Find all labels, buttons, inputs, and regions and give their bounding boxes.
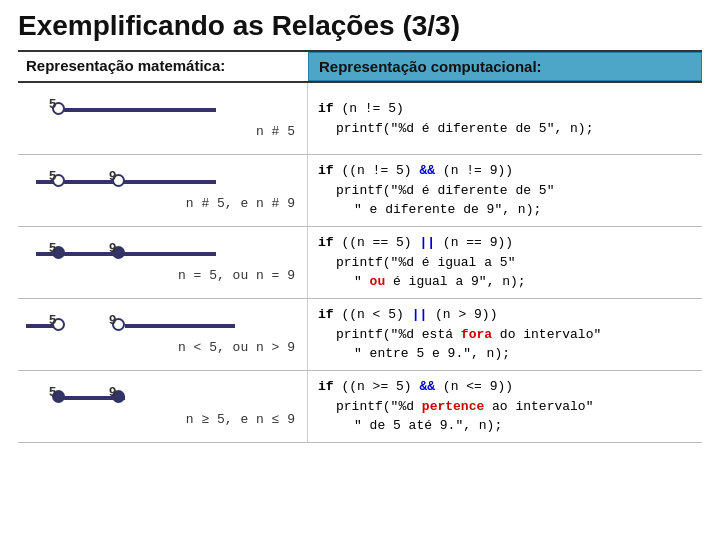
table-row: 5 9 n < 5, ou n > 9 if ((n < 5) || (n > … [18,299,702,371]
table-row: 5 9 n = 5, ou n = 9 if ((n == 5) || (n =… [18,227,702,299]
math-label-2: n # 5, e n # 9 [26,196,299,211]
math-label-1: n # 5 [26,124,299,139]
comp-cell-5: if ((n >= 5) && (n <= 9)) printf("%d per… [308,371,702,442]
math-label-4: n < 5, ou n > 9 [26,340,299,355]
table-row: 5 n # 5 if (n != 5) printf("%d é diferen… [18,83,702,155]
table-row: 5 9 n ≥ 5, e n ≤ 9 if ((n >= 5) && (n <=… [18,371,702,443]
table-row: 5 9 n # 5, e n # 9 if ((n != 5) && (n !=… [18,155,702,227]
math-cell-5: 5 9 n ≥ 5, e n ≤ 9 [18,371,308,442]
comp-cell-1: if (n != 5) printf("%d é diferente de 5"… [308,83,702,154]
math-cell-2: 5 9 n # 5, e n # 9 [18,155,308,226]
math-cell-3: 5 9 n = 5, ou n = 9 [18,227,308,298]
col-math-header: Representação matemática: [18,52,308,81]
comp-cell-2: if ((n != 5) && (n != 9)) printf("%d é d… [308,155,702,226]
column-headers: Representação matemática: Representação … [18,52,702,83]
comp-cell-4: if ((n < 5) || (n > 9)) printf("%d está … [308,299,702,370]
page-title: Exemplificando as Relações (3/3) [18,10,702,42]
col-comp-header: Representação computacional: [308,52,702,81]
math-cell-4: 5 9 n < 5, ou n > 9 [18,299,308,370]
comp-cell-3: if ((n == 5) || (n == 9)) printf("%d é i… [308,227,702,298]
math-cell-1: 5 n # 5 [18,83,308,154]
math-label-5: n ≥ 5, e n ≤ 9 [26,412,299,427]
math-label-3: n = 5, ou n = 9 [26,268,299,283]
